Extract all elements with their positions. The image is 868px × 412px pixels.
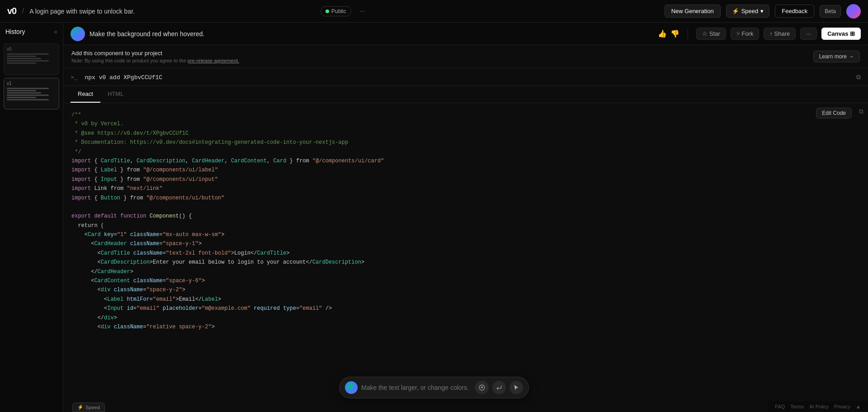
version-card-v0[interactable]: v0 [4,43,59,75]
code-line: <div className="space-y-2"> [71,285,860,294]
prompt-thumbs: 👍 👎 [658,29,679,38]
learn-more-button[interactable]: Learn more → [813,51,860,62]
cmd-content: npx v0 add XPgbvCCUf1C [85,74,162,81]
code-line: * Documentation: https://v0.dev/docs#int… [71,138,860,147]
copy-command-button[interactable]: ⧉ [856,73,861,81]
speed-badge-label: Speed [85,405,100,410]
code-line: </CardHeader> [71,267,860,276]
preview-line [7,90,36,91]
code-editor[interactable]: Edit Code ⧉ /** * v0 by Vercel. * @see h… [63,103,868,412]
add-banner-title: Add this component to your project [71,50,239,57]
code-line: <div className="relative space-y-2"> [71,322,860,331]
speed-badge: ⚡ Speed [72,403,105,412]
code-tabs: React HTML [63,86,868,103]
preview-line [7,60,49,62]
more-options-button[interactable]: ··· [800,28,817,40]
copy-code-button[interactable]: ⧉ [859,108,863,115]
preview-line [7,56,36,57]
version-preview [7,53,56,64]
vercel-icon: ▲ [856,404,861,409]
privacy-link[interactable]: Privacy [834,404,850,409]
preview-line [7,92,41,94]
chevron-down-icon: ▾ [760,8,764,14]
command-text: >_ npx v0 add XPgbvCCUf1C [71,73,162,81]
preview-line [7,58,41,59]
thumbs-up-button[interactable]: 👍 [658,29,667,38]
ai-policy-link[interactable]: AI Policy [809,404,829,409]
share-button[interactable]: ↑ Share [764,28,796,40]
code-line: return ( [71,221,860,230]
command-bar: >_ npx v0 add XPgbvCCUf1C ⧉ [63,68,868,86]
version-card-v1[interactable]: v1 [4,78,59,109]
prompt-bar: Make the background red when hovered. 👍 … [63,23,868,45]
code-line: <Input id="email" placeholder="m@example… [71,304,860,313]
code-line: /** [71,110,860,119]
beta-button[interactable]: Beta [820,5,841,18]
preview-line [7,53,49,55]
code-line: <CardContent className="space-y-6"> [71,276,860,285]
thumbs-down-button[interactable]: 👎 [670,29,679,38]
sidebar-collapse-button[interactable]: « [54,28,57,35]
input-avatar [345,381,358,394]
public-label: Public [331,8,346,14]
code-line: <CardDescription>Enter your email below … [71,258,860,267]
version-label: v0 [7,47,56,52]
code-line [71,203,860,212]
code-panel: Add this component to your project Note:… [63,45,868,412]
code-line: <Label htmlFor="email">Email</Label> [71,295,860,304]
sidebar-header: History « [0,23,63,41]
main-layout: History « v0 v1 [0,23,868,412]
code-line: export default function Component() { [71,212,860,221]
send-button[interactable] [475,381,489,394]
version-preview [7,88,56,100]
sidebar: History « v0 v1 [0,23,63,412]
code-line: import { Label } from "@/components/ui/l… [71,166,860,175]
version-list: v0 v1 [0,41,63,112]
feedback-button[interactable]: Feedback [775,5,814,18]
code-line: * v0 by Vercel. [71,119,860,128]
canvas-button[interactable]: Canvas ⊞ [821,28,861,40]
add-banner-content: Add this component to your project Note:… [71,50,239,63]
bottom-input-bar [339,377,529,398]
code-line: <CardTitle className="text-2xl font-bold… [71,249,860,258]
terms-link[interactable]: Terms [790,404,804,409]
star-button[interactable]: ☆ Star [696,28,726,40]
code-line: import Link from "next/link" [71,184,860,193]
code-line: import { CardTitle, CardDescription, Car… [71,156,860,166]
nav-more-button[interactable]: ··· [357,5,368,17]
speed-button[interactable]: ⚡ Speed ▾ [726,5,770,18]
tab-react[interactable]: React [71,86,100,103]
code-line: <Card key="1" className="mx-auto max-w-s… [71,230,860,239]
footer: FAQ Terms AI Policy Privacy ▲ [768,401,868,412]
public-badge[interactable]: Public [321,6,351,16]
tab-html[interactable]: HTML [100,86,131,103]
code-line: import { Button } from "@/components/ui/… [71,194,860,203]
pre-release-link[interactable]: pre-release agreement. [188,58,239,63]
top-nav: v0 / A login page with swipe to unlock b… [0,0,868,23]
code-line: <CardHeader className="space-y-1"> [71,239,860,248]
preview-line [7,62,36,64]
avatar[interactable] [846,4,861,19]
separator [688,28,688,39]
preview-line [7,97,36,98]
preview-line [7,88,49,89]
new-generation-button[interactable]: New Generation [665,5,721,18]
faq-link[interactable]: FAQ [775,404,785,409]
share-icon: ↑ [769,30,773,37]
edit-code-button[interactable]: Edit Code [816,108,852,118]
add-banner: Add this component to your project Note:… [63,45,868,68]
lightning-icon: ⚡ [732,8,739,14]
enter-button[interactable] [492,381,506,394]
code-line: </div> [71,313,860,322]
public-dot [326,9,329,13]
version-label: v1 [7,81,56,86]
content-area: Make the background red when hovered. 👍 … [63,23,868,412]
nav-title: A login page with swipe to unlock bar. [29,8,315,15]
arrow-icon: → [849,53,854,60]
nav-divider: / [22,6,24,16]
bottom-chat-input[interactable] [361,384,472,391]
preview-line [7,95,49,96]
fork-button[interactable]: ⑂ Fork [731,28,760,40]
cursor-button[interactable] [509,381,523,394]
cmd-prompt: >_ [71,74,78,81]
